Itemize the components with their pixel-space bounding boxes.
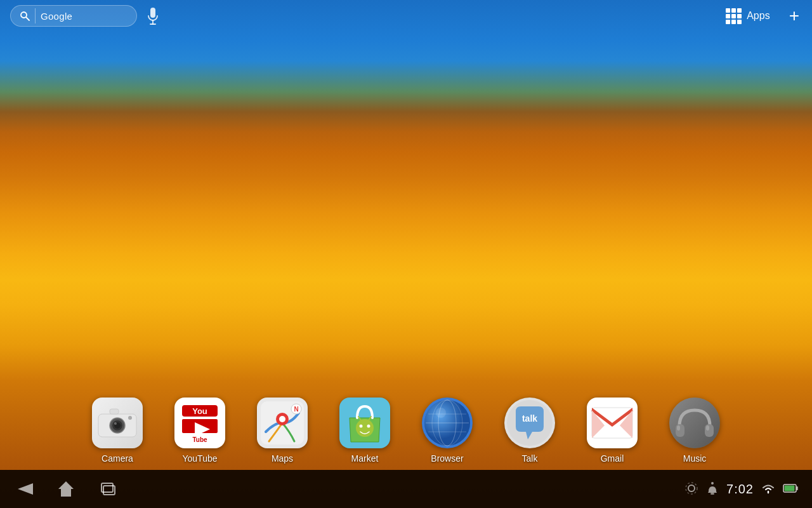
maps-label: Maps (272, 453, 293, 464)
nav-right: 7:02 (684, 481, 799, 497)
svg-point-48 (686, 483, 697, 494)
svg-point-25 (367, 425, 370, 428)
camera-icon (92, 398, 143, 448)
wifi-icon (761, 483, 775, 496)
svg-rect-53 (796, 486, 798, 490)
svg-text:You: You (192, 406, 207, 416)
apps-label: Apps (747, 10, 769, 22)
search-area: Google (10, 4, 161, 27)
app-maps[interactable]: N Maps (247, 398, 317, 464)
recents-button[interactable] (96, 478, 119, 500)
svg-rect-42 (706, 425, 709, 431)
music-icon (669, 398, 720, 448)
svg-marker-43 (18, 483, 33, 495)
svg-rect-40 (705, 424, 714, 437)
svg-point-11 (128, 416, 132, 420)
market-icon (339, 398, 390, 448)
svg-rect-2 (150, 8, 155, 18)
svg-text:talk: talk (522, 413, 537, 424)
browser-label: Browser (431, 453, 463, 464)
svg-point-47 (688, 485, 695, 491)
svg-text:Tube: Tube (192, 436, 207, 443)
app-browser[interactable]: Browser (412, 398, 482, 464)
svg-text:N: N (294, 406, 298, 413)
gmail-label: Gmail (601, 453, 624, 464)
app-talk[interactable]: talk Talk (495, 398, 565, 464)
nav-left (13, 478, 119, 500)
svg-rect-39 (676, 424, 684, 437)
back-button[interactable] (13, 479, 36, 498)
home-button[interactable] (55, 478, 77, 500)
nav-bar: 7:02 (0, 470, 812, 508)
svg-point-24 (360, 425, 363, 428)
svg-point-9 (114, 422, 117, 425)
app-youtube[interactable]: You Tube YouTube (165, 398, 235, 464)
top-right: Apps + (719, 4, 802, 28)
notification-icon (706, 481, 719, 497)
apps-grid-icon (726, 8, 742, 24)
top-bar: Google Apps + (0, 0, 812, 32)
music-label: Music (683, 453, 707, 464)
youtube-icon: You Tube (174, 398, 225, 448)
app-market[interactable]: Market (330, 398, 400, 464)
svg-rect-10 (110, 409, 119, 414)
clock: 7:02 (726, 482, 754, 497)
svg-rect-50 (710, 493, 714, 495)
app-camera[interactable]: Camera (82, 398, 152, 464)
system-icon (684, 481, 698, 497)
market-label: Market (351, 453, 379, 464)
google-search-bar[interactable]: Google (10, 5, 137, 27)
talk-icon: talk (504, 398, 555, 448)
talk-label: Talk (522, 453, 538, 464)
svg-line-1 (26, 17, 29, 20)
camera-label: Camera (102, 453, 133, 464)
svg-point-35 (436, 408, 446, 418)
svg-point-20 (279, 416, 285, 422)
browser-icon (422, 398, 473, 448)
svg-point-23 (356, 419, 374, 437)
apps-button[interactable]: Apps (719, 4, 776, 28)
gmail-icon (587, 398, 638, 448)
apps-dock: Camera You Tube YouTube (0, 398, 812, 464)
svg-marker-44 (58, 481, 74, 497)
add-button[interactable]: + (787, 7, 802, 25)
svg-rect-52 (785, 485, 795, 491)
google-label: Google (41, 11, 72, 22)
app-gmail[interactable]: Gmail (577, 398, 647, 464)
maps-icon: N (257, 398, 308, 448)
battery-icon (783, 483, 799, 495)
svg-point-49 (711, 482, 714, 485)
app-music[interactable]: Music (660, 398, 730, 464)
search-icon (20, 11, 30, 21)
svg-rect-41 (677, 425, 680, 431)
divider (35, 8, 36, 23)
mic-button[interactable] (145, 4, 161, 27)
youtube-label: YouTube (182, 453, 217, 464)
